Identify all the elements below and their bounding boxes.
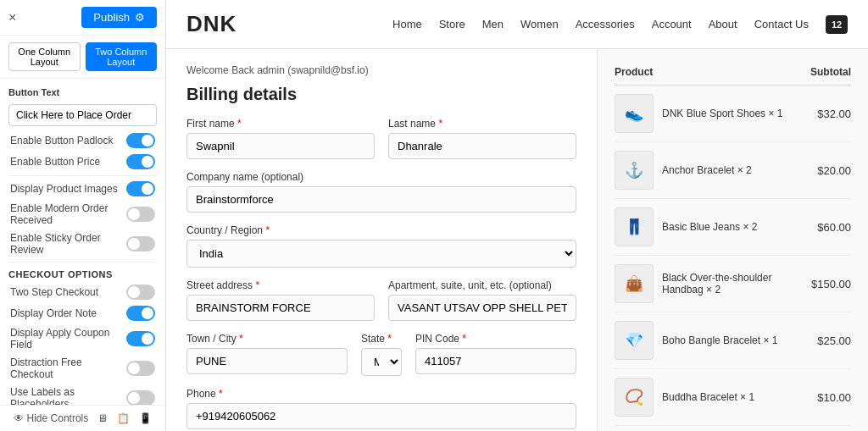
- distraction-free-toggle[interactable]: [126, 361, 155, 376]
- display-product-images-toggle-row: Display Product Images: [8, 181, 157, 196]
- apt-label: Apartment, suite, unit, etc. (optional): [388, 279, 576, 291]
- apt-input[interactable]: [388, 295, 576, 321]
- publish-button[interactable]: Publish ⚙: [81, 7, 157, 28]
- tablet-icon: 📋: [117, 412, 130, 424]
- display-apply-coupon-toggle[interactable]: [126, 331, 155, 346]
- button-text-label: Button Text: [8, 87, 157, 97]
- city-input[interactable]: [186, 348, 348, 374]
- nav-about[interactable]: About: [709, 18, 737, 30]
- cart-icon[interactable]: 12: [826, 15, 848, 34]
- layout-selector: One Column Layout Two Column Layout: [0, 36, 165, 79]
- display-product-images-toggle-label: Display Product Images: [10, 183, 118, 195]
- subtotal-cell: $60.00: [810, 199, 851, 256]
- product-cell: 📿Buddha Bracelet × 1: [615, 369, 810, 426]
- display-order-note-toggle-row: Display Order Note: [8, 306, 157, 321]
- two-step-checkout-toggle-label: Two Step Checkout: [10, 286, 98, 298]
- product-image: 👜: [615, 264, 654, 303]
- product-cell: 👖Basic Blue Jeans × 2: [615, 199, 810, 256]
- display-product-images-toggle[interactable]: [126, 181, 155, 196]
- pin-label: PIN Code *: [415, 333, 576, 345]
- panel-footer: 👁 Hide Controls 🖥 📋 📱: [0, 405, 165, 431]
- city-label: Town / City *: [186, 333, 348, 345]
- two-step-checkout-toggle-row: Two Step Checkout: [8, 285, 157, 300]
- use-labels-placeholder-toggle[interactable]: [126, 390, 155, 405]
- two-column-layout-button[interactable]: Two Column Layout: [86, 42, 158, 71]
- nav-accessories[interactable]: Accessories: [576, 18, 635, 30]
- enable-sticky-order-toggle-row: Enable Sticky Order Review: [8, 232, 157, 256]
- table-row: ⚓Anchor Bracelet × 2$20.00: [615, 142, 851, 199]
- mobile-icon: 📱: [139, 412, 152, 424]
- apt-group: Apartment, suite, unit, etc. (optional): [388, 279, 576, 321]
- enable-modern-order-toggle-label: Enable Modern Order Received: [10, 202, 126, 226]
- enable-modern-order-toggle[interactable]: [126, 207, 155, 222]
- close-button[interactable]: ×: [8, 10, 16, 25]
- display-options-toggles: Display Product ImagesEnable Modern Orde…: [8, 181, 157, 256]
- city-state-row: Town / City * State * Maharashtra PIN Co…: [186, 333, 576, 376]
- button-text-input[interactable]: [8, 104, 157, 126]
- nav-account[interactable]: Account: [652, 18, 692, 30]
- one-column-layout-button[interactable]: One Column Layout: [8, 42, 81, 71]
- table-row: 👖Basic Blue Jeans × 2$60.00: [615, 199, 851, 256]
- checkout-area: Welcome Back admin (swapnild@bsf.io) Bil…: [166, 49, 868, 431]
- first-name-input[interactable]: [186, 133, 375, 159]
- checkout-options-heading: CHECKOUT OPTIONS: [8, 269, 157, 279]
- pin-input[interactable]: [415, 348, 576, 374]
- hide-controls-label: Hide Controls: [27, 412, 89, 424]
- product-image: 📿: [615, 378, 654, 417]
- tablet-view-button[interactable]: 📋: [117, 412, 130, 424]
- nav-women[interactable]: Women: [520, 18, 559, 30]
- product-cell: 💎Boho Bangle Bracelet × 1: [615, 312, 810, 369]
- monitor-icon: 🖥: [97, 412, 108, 424]
- last-name-input[interactable]: [388, 133, 576, 159]
- table-row: 👟DNK Blue Sport Shoes × 1$32.00: [615, 86, 851, 142]
- last-name-label: Last name *: [388, 118, 576, 130]
- enable-sticky-order-toggle[interactable]: [126, 236, 155, 251]
- nav-store[interactable]: Store: [439, 18, 465, 30]
- display-order-note-toggle[interactable]: [126, 306, 155, 321]
- country-select[interactable]: India: [186, 240, 576, 268]
- enable-button-padlock-toggle[interactable]: [126, 133, 155, 148]
- panel-header: × Publish ⚙: [0, 0, 165, 36]
- street-row: Street address * Apartment, suite, unit,…: [186, 279, 576, 321]
- order-table: Product Subtotal 👟DNK Blue Sport Shoes ×…: [615, 63, 851, 426]
- mobile-view-button[interactable]: 📱: [139, 412, 152, 424]
- city-group: Town / City *: [186, 333, 348, 376]
- nav-home[interactable]: Home: [392, 18, 422, 30]
- table-row: 💎Boho Bangle Bracelet × 1$25.00: [615, 312, 851, 369]
- subtotal-cell: $25.00: [810, 312, 851, 369]
- product-col-header: Product: [615, 63, 810, 86]
- display-apply-coupon-toggle-label: Display Apply Coupon Field: [10, 327, 126, 351]
- billing-section: Welcome Back admin (swapnild@bsf.io) Bil…: [166, 49, 597, 431]
- phone-row: Phone *: [186, 388, 576, 429]
- company-input[interactable]: [186, 186, 576, 213]
- company-group: Company name (optional): [186, 171, 576, 213]
- last-name-group: Last name *: [388, 118, 576, 159]
- display-apply-coupon-toggle-row: Display Apply Coupon Field: [8, 327, 157, 351]
- subtotal-cell: $10.00: [810, 369, 851, 426]
- enable-sticky-order-toggle-label: Enable Sticky Order Review: [10, 232, 126, 256]
- subtotal-col-header: Subtotal: [810, 63, 851, 86]
- company-label: Company name (optional): [186, 171, 576, 183]
- logo: DNK: [186, 11, 236, 37]
- first-name-label: First name *: [186, 118, 375, 130]
- gear-icon: ⚙: [135, 11, 145, 24]
- subtotal-cell: $20.00: [810, 142, 851, 199]
- nav-contact[interactable]: Contact Us: [754, 18, 809, 30]
- welcome-text: Welcome Back admin (swapnild@bsf.io): [186, 64, 576, 76]
- two-step-checkout-toggle[interactable]: [126, 285, 155, 300]
- company-row: Company name (optional): [186, 171, 576, 213]
- street-input[interactable]: [186, 295, 375, 321]
- name-row: First name * Last name *: [186, 118, 576, 159]
- monitor-view-button[interactable]: 🖥: [97, 412, 108, 424]
- state-select[interactable]: Maharashtra: [361, 348, 402, 376]
- phone-input[interactable]: [186, 403, 576, 429]
- order-summary: Product Subtotal 👟DNK Blue Sport Shoes ×…: [597, 49, 868, 431]
- enable-button-padlock-toggle-label: Enable Button Padlock: [10, 135, 113, 146]
- street-group: Street address *: [186, 279, 375, 321]
- country-label: Country / Region *: [186, 224, 576, 236]
- product-image: 👟: [615, 94, 654, 133]
- enable-button-price-toggle[interactable]: [126, 154, 155, 169]
- enable-button-padlock-toggle-row: Enable Button Padlock: [8, 133, 157, 148]
- hide-controls-button[interactable]: 👁 Hide Controls: [14, 412, 89, 424]
- nav-men[interactable]: Men: [482, 18, 504, 30]
